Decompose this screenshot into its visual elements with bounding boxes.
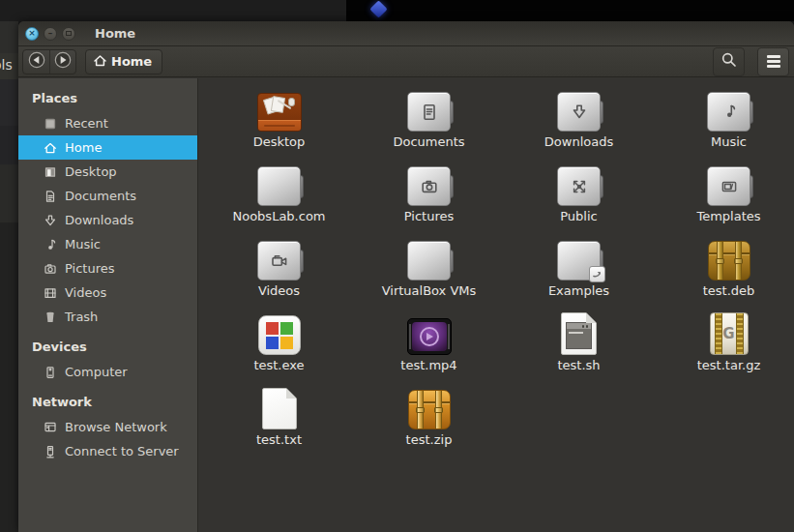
file-item-label: Desktop: [253, 134, 306, 149]
file-item-label: test.exe: [253, 358, 304, 372]
toolbar: Home: [18, 46, 794, 77]
file-item-virtualbox-vms[interactable]: VirtualBox VMs: [354, 235, 504, 310]
file-item-test-tar-gz[interactable]: Gtest.tar.gz: [654, 310, 794, 384]
sidebar-item-desktop[interactable]: Desktop: [18, 160, 197, 184]
file-grid: DesktopDocumentsDownloadsMusicNoobsLab.c…: [204, 86, 794, 458]
recent-icon: [43, 116, 58, 132]
file-item-desktop[interactable]: Desktop: [204, 86, 354, 161]
file-manager-window: × – Home Home PlacesRecentHomeDesktopDoc…: [18, 21, 794, 532]
window-close-button[interactable]: ×: [25, 27, 39, 41]
folder-documents-icon: [407, 86, 451, 132]
sidebar-item-pictures[interactable]: Pictures: [18, 256, 197, 281]
file-item-videos[interactable]: Videos: [204, 235, 354, 310]
trash-icon: [43, 310, 58, 325]
breadcrumb-home-button[interactable]: Home: [85, 49, 162, 74]
file-item-documents[interactable]: Documents: [354, 86, 504, 161]
back-button[interactable]: [23, 50, 49, 74]
file-item-downloads[interactable]: Downloads: [504, 86, 654, 161]
file-item-test-zip[interactable]: test.zip: [354, 384, 504, 458]
file-item-test-sh[interactable]: test.sh: [504, 310, 654, 384]
sidebar-item-recent[interactable]: Recent: [18, 111, 197, 135]
sidebar-section-header-devices: Devices: [18, 334, 197, 360]
desktop-special-icon: [257, 86, 302, 132]
folder-pictures-icon: [407, 161, 451, 206]
package-zip-icon: [408, 384, 451, 429]
file-archive-icon: G: [710, 310, 749, 355]
folder-templates-icon: [707, 161, 750, 206]
file-item-music[interactable]: Music: [654, 86, 794, 161]
forward-arrow-icon: [54, 51, 72, 73]
file-exe-icon: [258, 310, 301, 355]
search-button[interactable]: [713, 47, 745, 76]
titlebar[interactable]: × – Home: [18, 21, 794, 46]
file-item-label: test.deb: [703, 283, 755, 298]
computer-icon: [43, 365, 58, 380]
documents-icon: [43, 189, 58, 204]
sidebar-item-label: Computer: [65, 365, 128, 379]
file-item-noobslab-com[interactable]: NoobsLab.com: [204, 161, 354, 235]
file-item-label: test.tar.gz: [697, 358, 761, 372]
sidebar-item-label: Videos: [65, 285, 106, 300]
file-item-examples[interactable]: Examples: [504, 235, 654, 310]
breadcrumb-label: Home: [111, 54, 152, 69]
sidebar-item-computer[interactable]: Computer: [18, 360, 197, 384]
folder-plain-icon: [407, 235, 451, 281]
sidebar-item-browse-network[interactable]: Browse Network: [18, 415, 197, 439]
downloads-icon: [43, 213, 58, 228]
folder-link-icon: [557, 235, 601, 281]
file-item-label: Templates: [696, 209, 760, 223]
sidebar-item-connect-to-server[interactable]: Connect to Server: [18, 439, 197, 463]
pictures-icon: [43, 261, 58, 277]
file-item-test-deb[interactable]: test.deb: [654, 235, 794, 310]
sidebar-item-home[interactable]: Home: [18, 135, 197, 160]
sidebar-item-downloads[interactable]: Downloads: [18, 208, 197, 232]
sidebar-item-label: Home: [65, 140, 102, 155]
folder-plain-icon: [257, 161, 301, 206]
file-item-label: Videos: [258, 283, 300, 298]
sidebar-item-label: Documents: [65, 189, 136, 203]
file-video-icon: [407, 310, 452, 355]
sidebar-section-header-network: Network: [18, 389, 197, 415]
wallpaper-logo-diamond: [369, 0, 387, 17]
file-text-icon: [262, 384, 297, 429]
file-item-label: test.zip: [406, 432, 453, 447]
file-script-icon: [561, 310, 597, 355]
desktop-background: ols × – Home Home PlacesRecentHomeD: [0, 0, 794, 532]
sidebar-section-header-places: Places: [18, 85, 197, 111]
back-arrow-icon: [28, 51, 45, 73]
file-item-label: Examples: [548, 283, 609, 298]
file-browser-content: DesktopDocumentsDownloadsMusicNoobsLab.c…: [198, 78, 794, 532]
wallpaper-top-strip: [0, 0, 794, 21]
music-icon: [43, 237, 58, 252]
file-item-label: NoobsLab.com: [232, 209, 325, 223]
sidebar-item-music[interactable]: Music: [18, 232, 197, 256]
sidebar-item-videos[interactable]: Videos: [18, 281, 197, 305]
package-deb-icon: [708, 235, 750, 281]
file-item-label: Music: [711, 134, 747, 149]
background-text-fragment: ols: [0, 57, 13, 73]
file-item-label: test.txt: [256, 432, 302, 447]
file-item-test-txt[interactable]: test.txt: [204, 384, 354, 458]
forward-button[interactable]: [49, 50, 75, 74]
folder-public-icon: [557, 161, 601, 206]
menu-button[interactable]: [757, 47, 789, 76]
file-item-test-exe[interactable]: test.exe: [204, 310, 354, 384]
videos-icon: [43, 285, 58, 301]
navigation-button-group: [22, 49, 76, 74]
window-minimize-button[interactable]: –: [44, 27, 57, 41]
wallpaper-left-strip: ols: [0, 21, 18, 532]
file-item-public[interactable]: Public: [504, 161, 654, 235]
file-item-templates[interactable]: Templates: [654, 161, 794, 235]
window-maximize-button[interactable]: [62, 27, 75, 41]
browse-network-icon: [43, 420, 58, 435]
search-icon: [720, 51, 738, 73]
sidebar-item-documents[interactable]: Documents: [18, 184, 197, 208]
file-item-label: VirtualBox VMs: [382, 283, 477, 298]
file-item-test-mp4[interactable]: test.mp4: [354, 310, 504, 384]
sidebar: PlacesRecentHomeDesktopDocumentsDownload…: [18, 78, 198, 532]
sidebar-item-label: Music: [65, 237, 101, 251]
sidebar-item-trash[interactable]: Trash: [18, 305, 197, 329]
file-item-label: Documents: [393, 134, 464, 149]
file-item-label: Pictures: [404, 209, 454, 223]
file-item-pictures[interactable]: Pictures: [354, 161, 504, 235]
